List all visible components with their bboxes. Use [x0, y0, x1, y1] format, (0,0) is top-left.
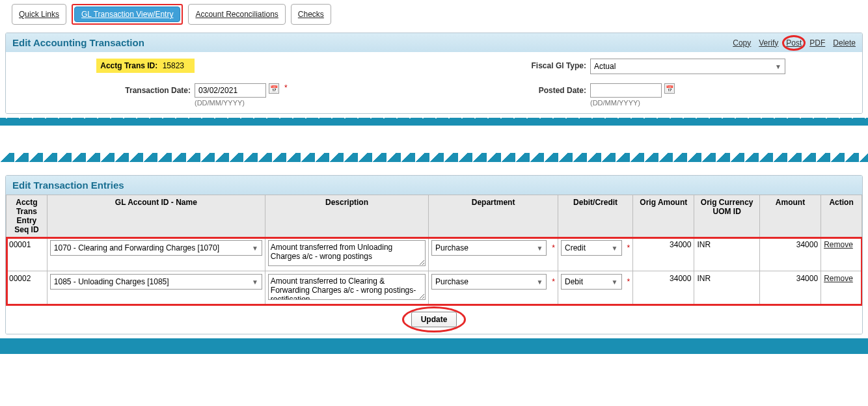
debit-credit-select[interactable]: Credit ▼ — [561, 240, 621, 256]
col-action: Action — [821, 195, 862, 237]
action-copy[interactable]: Copy — [733, 38, 751, 47]
action-post[interactable]: Post — [786, 38, 802, 47]
amount-value: 34000 — [759, 237, 821, 271]
chevron-down-icon: ▼ — [612, 245, 618, 252]
col-desc: Description — [265, 195, 428, 237]
chevron-down-icon: ▼ — [536, 245, 543, 252]
debit-credit-select[interactable]: Debit ▼ — [561, 274, 621, 290]
required-marker: * — [284, 83, 288, 92]
debit-credit-value: Credit — [565, 243, 586, 252]
description-input[interactable] — [268, 240, 426, 266]
chevron-down-icon: ▼ — [536, 278, 543, 286]
tab-checks[interactable]: Checks — [291, 4, 331, 25]
panel-actions: Copy Verify Post PDF Delete — [733, 38, 856, 47]
update-button[interactable]: Update — [411, 312, 457, 327]
acctg-trans-id-value: 15823 — [163, 61, 184, 70]
panel-edit-accounting-transaction: Edit Accounting Transaction Copy Verify … — [5, 33, 863, 114]
required-marker: * — [627, 243, 631, 252]
panel-body: Acctg Trans ID: 15823 Fiscal Gl Type: Ac… — [6, 52, 862, 113]
acctg-trans-id-field: Acctg Trans ID: 15823 — [96, 59, 195, 73]
chevron-down-icon: ▼ — [775, 63, 781, 70]
panel-header: Edit Accounting Transaction Copy Verify … — [6, 33, 862, 52]
tab-gl-transaction-view[interactable]: GL Transaction View/Entry — [74, 7, 180, 22]
torn-edge-decoration — [0, 118, 868, 133]
orig-currency-value: INR — [694, 237, 760, 271]
seq-value: 00002 — [7, 271, 47, 305]
acctg-trans-id-label: Acctg Trans ID: — [100, 61, 157, 70]
seq-value: 00001 — [7, 237, 47, 271]
action-delete[interactable]: Delete — [833, 38, 856, 47]
orig-amount-value: 34000 — [633, 271, 694, 305]
update-highlight: Update — [411, 312, 457, 327]
panel-title: Edit Accounting Transaction — [12, 37, 144, 48]
required-marker: * — [552, 243, 555, 252]
panel-title: Edit Transaction Entries — [12, 180, 124, 191]
panel-header: Edit Transaction Entries — [6, 176, 862, 195]
col-gl: GL Account ID - Name — [47, 195, 265, 237]
required-marker: * — [627, 277, 631, 286]
col-orig-currency: Orig Currency UOM ID — [694, 195, 760, 237]
table-row: 00002 1085 - Unloading Charges [1085] ▼ … — [7, 271, 862, 305]
chevron-down-icon: ▼ — [252, 278, 258, 286]
action-verify[interactable]: Verify — [759, 38, 778, 47]
date-format-hint: (DD/MM/YYYY) — [590, 99, 856, 107]
gl-account-select[interactable]: 1070 - Clearing and Forwarding Charges [… — [50, 240, 262, 256]
department-select[interactable]: Purchase ▼ — [431, 274, 547, 290]
fiscal-gl-type-select[interactable]: Actual ▼ — [590, 59, 785, 74]
entries-table: Acctg Trans Entry Seq ID GL Account ID -… — [6, 195, 862, 305]
action-pdf[interactable]: PDF — [809, 38, 825, 47]
tab-quick-links[interactable]: Quick Links — [12, 4, 66, 25]
col-orig-amount: Orig Amount — [633, 195, 694, 237]
remove-link[interactable]: Remove — [824, 274, 853, 283]
highlight-gl-tab: GL Transaction View/Entry — [72, 4, 183, 25]
calendar-icon[interactable]: 📅 — [664, 83, 675, 94]
tab-account-reconciliations[interactable]: Account Reconciliations — [188, 4, 285, 25]
department-select[interactable]: Purchase ▼ — [431, 240, 547, 256]
fiscal-gl-type-value: Actual — [594, 62, 616, 71]
required-marker: * — [552, 277, 555, 286]
debit-credit-value: Debit — [565, 277, 583, 286]
orig-currency-value: INR — [694, 271, 760, 305]
transaction-date-input[interactable] — [195, 83, 266, 98]
gl-account-select[interactable]: 1085 - Unloading Charges [1085] ▼ — [50, 274, 262, 290]
chevron-down-icon: ▼ — [612, 278, 618, 286]
torn-edge-decoration — [0, 153, 868, 171]
amount-value: 34000 — [759, 271, 821, 305]
remove-link[interactable]: Remove — [824, 240, 853, 249]
department-value: Purchase — [435, 243, 468, 252]
description-input[interactable] — [268, 274, 426, 300]
top-tabs: Quick Links GL Transaction View/Entry Ac… — [5, 0, 863, 29]
fiscal-gl-type-label: Fiscal Gl Type: — [460, 59, 590, 70]
posted-date-input[interactable] — [590, 83, 662, 98]
col-dept: Department — [429, 195, 558, 237]
orig-amount-value: 34000 — [633, 237, 694, 271]
department-value: Purchase — [435, 277, 468, 286]
panel-body: Acctg Trans Entry Seq ID GL Account ID -… — [6, 195, 862, 334]
col-seq: Acctg Trans Entry Seq ID — [7, 195, 47, 237]
chevron-down-icon: ▼ — [252, 245, 258, 252]
col-dc: Debit/Credit — [558, 195, 633, 237]
posted-date-label: Posted Date: — [460, 83, 590, 95]
gl-account-value: 1085 - Unloading Charges [1085] — [54, 277, 169, 286]
col-amount: Amount — [759, 195, 821, 237]
footer-bar — [0, 338, 868, 354]
entries-highlight: 00001 1070 - Clearing and Forwarding Cha… — [7, 237, 862, 305]
transaction-date-label: Transaction Date: — [12, 83, 195, 95]
calendar-icon[interactable]: 📅 — [269, 83, 279, 94]
panel-edit-transaction-entries: Edit Transaction Entries Acctg Trans Ent… — [5, 175, 863, 334]
gl-account-value: 1070 - Clearing and Forwarding Charges [… — [54, 243, 219, 252]
table-row: 00001 1070 - Clearing and Forwarding Cha… — [7, 237, 862, 271]
date-format-hint: (DD/MM/YYYY) — [195, 99, 460, 107]
